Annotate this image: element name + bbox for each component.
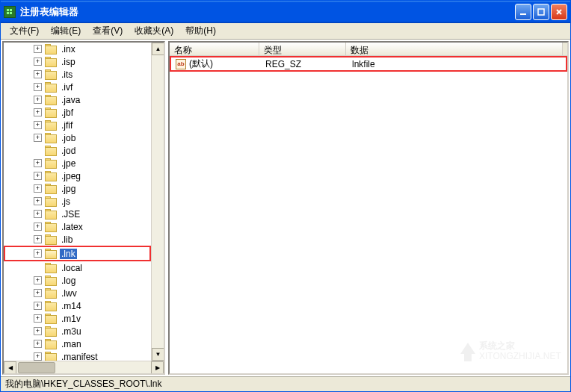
tree-label: .JSE [60,209,81,220]
scroll-left-icon[interactable]: ◀ [4,361,16,374]
close-button[interactable] [551,4,567,20]
tree-label: .m14 [60,301,83,311]
vscroll-track[interactable] [152,55,164,348]
tree-item[interactable]: +.inx [4,43,151,55]
tree-item[interactable]: +.ivf [4,81,151,93]
menu-view[interactable]: 查看(V) [87,23,129,39]
list-header: 名称 类型 数据 [170,43,567,56]
expand-icon[interactable]: + [34,327,42,335]
expand-icon[interactable]: + [34,223,42,231]
folder-icon [45,69,57,79]
expand-icon[interactable]: + [34,70,42,78]
tree-label: .manifest [60,352,99,361]
expand-icon[interactable]: + [34,121,42,129]
tree-item[interactable]: +.job [4,131,151,144]
tree-item[interactable]: +.jbf [4,106,151,119]
tree-item[interactable]: +.jpg [4,182,151,195]
tree-item[interactable]: +.manifest [4,350,151,361]
expand-icon[interactable]: + [34,197,42,205]
expand-icon[interactable]: + [34,302,42,310]
tree-vscroll[interactable]: ▲ ▼ [151,43,164,361]
tree-item[interactable]: +.lnk [5,247,149,260]
svg-rect-3 [10,12,12,14]
svg-rect-4 [520,13,526,15]
expand-icon[interactable]: + [34,134,42,142]
folder-icon [45,184,57,193]
tree-label: .jfif [60,120,74,131]
minimize-button[interactable] [515,4,531,20]
expand-icon[interactable]: + [34,96,42,104]
hscroll-track[interactable] [16,361,151,374]
expand-icon[interactable]: + [34,184,42,193]
tree-item[interactable]: +.java [4,93,151,106]
tree-label: .jpeg [60,171,82,181]
folder-icon [45,234,57,244]
expand-icon[interactable]: + [34,159,42,167]
expand-icon[interactable]: + [34,276,42,284]
tree-item[interactable]: +.lwv [4,287,151,299]
tree-view[interactable]: +.inx+.isp+.its+.ivf+.java+.jbf+.jfif+.j… [4,43,151,361]
tree-item[interactable]: +.log [4,274,151,287]
expand-icon[interactable]: + [34,57,42,66]
expand-icon[interactable]: + [34,249,42,258]
scroll-right-icon[interactable]: ▶ [151,361,164,374]
expand-icon[interactable]: + [34,45,42,53]
expand-icon[interactable]: + [34,210,42,218]
col-type[interactable]: 类型 [259,43,346,55]
value-type: REG_SZ [261,59,348,69]
list-row[interactable]: ab(默认)REG_SZlnkfile [171,57,566,70]
folder-icon [45,82,57,92]
scroll-up-icon[interactable]: ▲ [152,43,164,55]
scroll-down-icon[interactable]: ▼ [152,348,164,361]
expand-icon[interactable]: + [34,340,42,348]
tree-label: .jpg [60,184,77,194]
tree-item[interactable]: .jod [4,144,151,157]
col-name[interactable]: 名称 [170,43,259,55]
tree-item[interactable]: +.js [4,195,151,208]
tree-item[interactable]: +.latex [4,220,151,233]
folder-icon [45,44,57,54]
window-title: 注册表编辑器 [20,5,515,19]
folder-icon [45,326,57,336]
tree-label: .man [60,339,83,349]
expand-icon[interactable]: + [34,108,42,116]
menu-favorites[interactable]: 收藏夹(A) [129,23,179,39]
maximize-button[interactable] [533,4,549,20]
expand-icon[interactable]: + [34,314,42,323]
list-row-highlight: ab(默认)REG_SZlnkfile [170,56,567,72]
folder-icon [45,196,57,206]
menu-help[interactable]: 帮助(H) [179,23,222,39]
folder-icon [45,133,57,143]
expand-icon[interactable]: + [34,83,42,91]
tree-item[interactable]: .local [4,261,151,274]
expand-icon[interactable]: + [34,235,42,243]
tree-item[interactable]: +.jfif [4,119,151,131]
tree-label: .java [60,95,81,105]
col-data[interactable]: 数据 [346,43,563,55]
tree-hscroll[interactable]: ◀ ▶ [4,361,164,373]
expand-icon[interactable]: + [34,289,42,297]
tree-panel: +.inx+.isp+.its+.ivf+.java+.jbf+.jfif+.j… [2,41,165,375]
tree-item[interactable]: +.isp [4,55,151,68]
expand-icon[interactable]: + [34,352,42,361]
tree-label: .lnk [60,249,77,259]
tree-item[interactable]: +.jpe [4,157,151,169]
menu-file[interactable]: 文件(F) [4,23,45,39]
tree-item[interactable]: +.m14 [4,299,151,312]
tree-item[interactable]: +.lib [4,233,151,246]
expand-icon[interactable]: + [34,172,42,180]
tree-item[interactable]: +.m1v [4,312,151,325]
hscroll-thumb[interactable] [18,362,55,373]
tree-item[interactable]: +.m3u [4,325,151,337]
tree-item[interactable]: +.jpeg [4,169,151,182]
list-body[interactable]: 系统之家 XITONGZHIJIA.NET ab(默认)REG_SZlnkfil… [170,56,567,373]
tree-item[interactable]: +.its [4,68,151,81]
tree-label: .its [60,69,74,80]
tree-label: .inx [60,44,77,55]
tree-item[interactable]: +.man [4,337,151,350]
value-name: (默认) [189,57,213,70]
tree-label: .js [60,196,72,207]
tree-item[interactable]: +.JSE [4,208,151,220]
menubar: 文件(F) 编辑(E) 查看(V) 收藏夹(A) 帮助(H) [1,23,570,40]
menu-edit[interactable]: 编辑(E) [45,23,87,39]
